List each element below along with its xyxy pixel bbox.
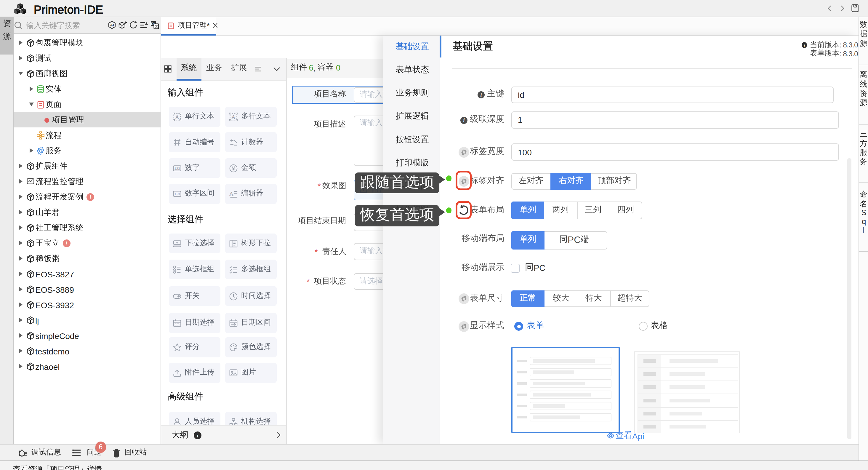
svg-text:1~3: 1~3 xyxy=(174,192,180,196)
svg-text:A: A xyxy=(175,114,179,120)
svg-text:A: A xyxy=(231,114,236,120)
svg-text:AI: AI xyxy=(110,23,114,27)
svg-text:123: 123 xyxy=(174,167,180,170)
svg-text:A: A xyxy=(229,191,233,197)
